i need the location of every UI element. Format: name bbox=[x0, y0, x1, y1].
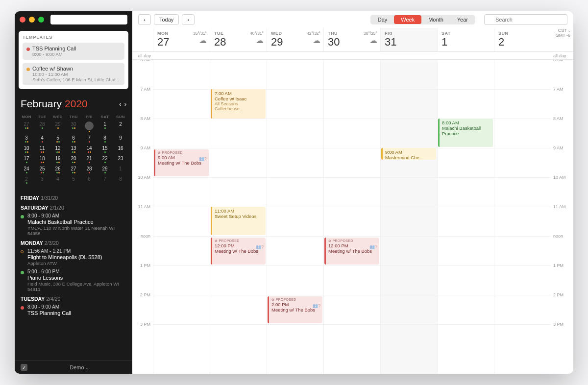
mini-date-cell[interactable]: 11 bbox=[34, 144, 50, 154]
calendar-event[interactable]: 9:00 AMMastermind Che... bbox=[381, 148, 436, 160]
day-column[interactable]: 8:00 AMMalachi Basketball Practice bbox=[437, 60, 494, 374]
calendar-event[interactable]: ⊘ PROPOSED9:00 AMMeeting w/ The Bobs👥? bbox=[154, 149, 209, 176]
day-column[interactable]: 9:00 AMMastermind Che... bbox=[380, 60, 437, 374]
agenda-event[interactable]: 8:00 - 9:00 AMTSS Planning Call bbox=[21, 304, 126, 316]
day-column[interactable]: ⊘ PROPOSED12:00 PMMeeting w/ The Bobs👥? bbox=[323, 60, 380, 374]
mini-date-cell[interactable]: 6 bbox=[66, 134, 81, 144]
mini-date-cell[interactable]: 26 bbox=[50, 165, 66, 175]
time-gutter-left: 6 AM7 AM8 AM9 AM10 AM11 AMnoon1 PM2 PM3 … bbox=[132, 60, 153, 374]
mini-date-cell[interactable]: 3 bbox=[19, 134, 34, 144]
time-label: 1 PM bbox=[551, 263, 573, 292]
calendar-event[interactable]: ⊘ PROPOSED12:00 PMMeeting w/ The Bobs👥? bbox=[211, 238, 266, 265]
mini-date-cell[interactable]: 3 bbox=[34, 175, 50, 185]
template-item[interactable]: TSS Planning Call8:00 - 9:00 AM bbox=[23, 43, 124, 60]
day-header[interactable]: TUE2840°/31°☁ bbox=[210, 28, 267, 51]
day-header[interactable]: SUN2 bbox=[494, 28, 551, 51]
mini-calendar[interactable]: MONTUEWEDTHUFRISATSUN 272829303112345678… bbox=[15, 112, 132, 189]
day-of-week: SUN bbox=[498, 31, 547, 36]
template-color-dot bbox=[26, 48, 30, 51]
mini-date-cell[interactable]: 10 bbox=[19, 144, 34, 154]
footer-check-icon[interactable]: ✓ bbox=[21, 364, 27, 371]
view-day-button[interactable]: Day bbox=[371, 15, 394, 24]
day-header[interactable]: SAT1 bbox=[437, 28, 494, 51]
event-time: 8:00 AM bbox=[442, 120, 490, 125]
prev-week-button[interactable]: ‹ bbox=[138, 14, 151, 25]
minimize-icon[interactable] bbox=[29, 17, 35, 23]
calendar-event[interactable]: ⊘ PROPOSED2:00 PMMeeting w/ The Bobs👥? bbox=[268, 296, 322, 323]
mini-date-cell[interactable]: 13 bbox=[66, 144, 81, 154]
day-number: 31 bbox=[385, 36, 433, 48]
calendar-event[interactable]: 11:00 AMSweet Setup Videos bbox=[211, 207, 266, 235]
mini-date-cell[interactable]: 7 bbox=[97, 175, 113, 185]
mini-date-cell[interactable]: 27 bbox=[66, 165, 81, 175]
day-header[interactable]: WED2942°/32°☁ bbox=[267, 28, 323, 51]
day-header[interactable]: FRI31 bbox=[380, 28, 437, 51]
day-column[interactable]: ⊘ PROPOSED9:00 AMMeeting w/ The Bobs👥? bbox=[153, 60, 210, 374]
agenda-list[interactable]: FRIDAY1/31/20SATURDAY2/1/208:00 - 9:00 A… bbox=[15, 189, 132, 361]
close-icon[interactable] bbox=[20, 17, 25, 23]
sidebar-search-input[interactable] bbox=[50, 15, 127, 24]
mini-date-cell[interactable]: 24 bbox=[19, 165, 34, 175]
next-week-button[interactable]: › bbox=[182, 14, 195, 25]
mini-date-cell[interactable]: 27 bbox=[19, 120, 34, 134]
mini-date-cell[interactable]: 16 bbox=[113, 144, 128, 154]
mini-date-cell[interactable]: 28 bbox=[81, 165, 97, 175]
month-prev-button[interactable]: ‹ bbox=[119, 100, 121, 108]
mini-date-cell[interactable]: 23 bbox=[113, 154, 128, 165]
agenda-event-time: 11:56 AM - 1:21 PM bbox=[27, 248, 126, 254]
calendar-set-selector[interactable]: Demo ⌵ bbox=[31, 364, 126, 370]
mini-date-cell[interactable]: 21 bbox=[81, 154, 97, 165]
agenda-event-location: Heid Music, 308 E College Ave, Appleton … bbox=[27, 281, 126, 292]
mini-date-cell[interactable]: 8 bbox=[97, 134, 113, 144]
timezone-label[interactable]: CST ⌵ bbox=[551, 28, 570, 33]
mini-date-cell[interactable]: 2 bbox=[19, 175, 34, 185]
mini-date-cell[interactable]: 22 bbox=[97, 154, 113, 165]
day-column[interactable]: 7:00 AMCoffee w/ IsaacAll Seasons Coffee… bbox=[210, 60, 267, 374]
view-week-button[interactable]: Week bbox=[394, 15, 421, 24]
month-next-button[interactable]: › bbox=[124, 100, 126, 108]
agenda-event-title: TSS Planning Call bbox=[27, 310, 126, 316]
mini-date-cell[interactable]: 7 bbox=[81, 134, 97, 144]
mini-date-cell[interactable]: 6 bbox=[81, 175, 97, 185]
mini-date-cell[interactable]: 1 bbox=[113, 165, 128, 175]
mini-date-cell[interactable]: 15 bbox=[97, 144, 113, 154]
calendar-event[interactable]: 7:00 AMCoffee w/ IsaacAll Seasons Coffee… bbox=[211, 89, 266, 119]
mini-date-cell[interactable]: 19 bbox=[50, 154, 66, 165]
mini-date-cell[interactable]: 9 bbox=[113, 134, 128, 144]
search-input[interactable] bbox=[484, 14, 567, 25]
mini-date-cell[interactable]: 1 bbox=[97, 120, 113, 134]
view-month-button[interactable]: Month bbox=[421, 15, 450, 24]
calendar-event[interactable]: ⊘ PROPOSED12:00 PMMeeting w/ The Bobs👥? bbox=[324, 238, 379, 265]
mini-date-cell[interactable]: 14 bbox=[81, 144, 97, 154]
agenda-event[interactable]: 11:56 AM - 1:21 PMFlight to Minneapolis … bbox=[21, 248, 126, 266]
mini-date-cell[interactable]: 25 bbox=[34, 165, 50, 175]
mini-date-cell[interactable]: 12 bbox=[50, 144, 66, 154]
today-button[interactable]: Today bbox=[154, 14, 179, 25]
day-header[interactable]: MON2735°/31°☁ bbox=[153, 28, 210, 51]
mini-date-cell[interactable]: 30 bbox=[66, 120, 81, 134]
mini-date-cell[interactable]: 28 bbox=[34, 120, 50, 134]
day-column[interactable]: ⊘ PROPOSED2:00 PMMeeting w/ The Bobs👥? bbox=[267, 60, 323, 374]
template-item[interactable]: Coffee w/ Shawn10:00 - 11:00 AMSeth's Co… bbox=[23, 63, 124, 85]
mini-date-cell[interactable]: 4 bbox=[50, 175, 66, 185]
mini-date-cell[interactable]: 4 bbox=[34, 134, 50, 144]
agenda-event[interactable]: 5:00 - 6:00 PMPiano LessonsHeid Music, 3… bbox=[21, 269, 126, 292]
agenda-event[interactable]: 8:00 - 9:00 AMMalachi Basketball Practic… bbox=[21, 213, 126, 236]
event-title: Mastermind Che... bbox=[385, 155, 434, 160]
mini-date-cell[interactable]: 29 bbox=[97, 165, 113, 175]
view-year-button[interactable]: Year bbox=[450, 15, 475, 24]
day-column[interactable] bbox=[494, 60, 551, 374]
day-header[interactable]: THU3038°/25°☁ bbox=[323, 28, 380, 51]
mini-date-cell[interactable]: 17 bbox=[19, 154, 34, 165]
mini-date-cell[interactable]: 5 bbox=[50, 134, 66, 144]
mini-date-cell[interactable]: 18 bbox=[34, 154, 50, 165]
mini-date-cell[interactable]: 31 bbox=[81, 120, 97, 134]
maximize-icon[interactable] bbox=[38, 17, 44, 23]
mini-date-cell[interactable]: 20 bbox=[66, 154, 81, 165]
mini-date-cell[interactable]: 29 bbox=[50, 120, 66, 134]
mini-date-cell[interactable]: 5 bbox=[66, 175, 81, 185]
calendar-event[interactable]: 8:00 AMMalachi Basketball Practice bbox=[438, 119, 493, 147]
week-grid[interactable]: 6 AM7 AM8 AM9 AM10 AM11 AMnoon1 PM2 PM3 … bbox=[132, 60, 573, 374]
mini-date-cell[interactable]: 2 bbox=[113, 120, 128, 134]
mini-date-cell[interactable]: 8 bbox=[113, 175, 128, 185]
